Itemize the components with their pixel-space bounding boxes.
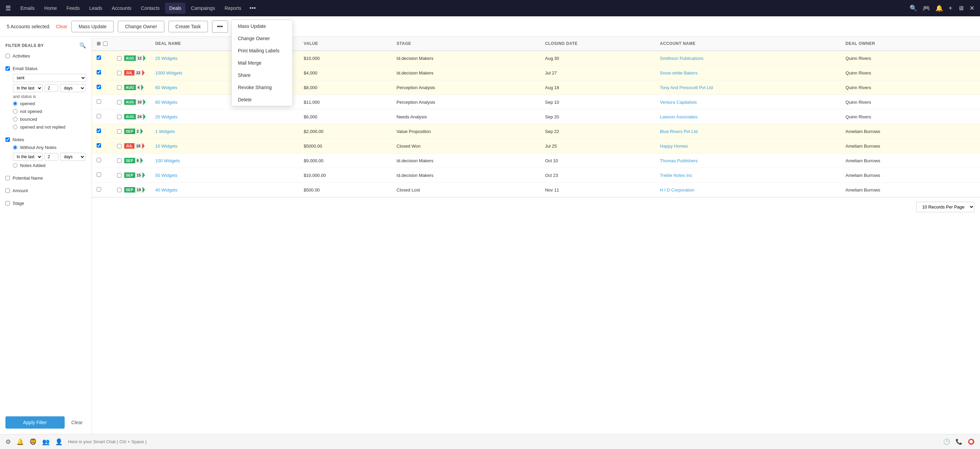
notes-period-number-input[interactable] — [45, 153, 58, 160]
row-checkbox[interactable] — [97, 114, 101, 118]
nav-accounts[interactable]: Accounts — [108, 3, 135, 14]
account-name-link[interactable]: Tony And Presscott Pvt Ltd — [660, 85, 713, 90]
phone-icon[interactable]: 📞 — [956, 438, 962, 445]
potential-name-label[interactable]: Potential Name — [13, 176, 43, 181]
account-name-link[interactable]: Smithson Publications — [660, 56, 703, 61]
account-name-link[interactable]: Lawson Associates — [660, 114, 698, 119]
deal-name-link[interactable]: 10 Widgets — [155, 144, 177, 149]
nav-feeds[interactable]: Feeds — [62, 3, 84, 14]
status-not-replied-label[interactable]: opened and not replied — [20, 124, 65, 130]
dropdown-change-owner[interactable]: Change Owner — [232, 32, 292, 44]
screen-icon[interactable]: 🖥 — [958, 5, 964, 12]
without-notes-radio[interactable] — [13, 145, 18, 150]
row-checkbox[interactable] — [97, 99, 101, 104]
nav-contacts[interactable]: Contacts — [137, 3, 164, 14]
filter-search-icon[interactable]: 🔍 — [79, 42, 86, 49]
deal-name-link[interactable]: 20 Widgets — [155, 114, 177, 119]
status-opened-radio[interactable] — [13, 102, 18, 106]
row-checkbox[interactable] — [97, 56, 101, 60]
account-name-link[interactable]: Treble Notes Inc — [660, 173, 692, 178]
apply-filter-button[interactable]: Apply Filter — [5, 416, 65, 428]
row-secondary-checkbox[interactable] — [117, 129, 121, 134]
row-checkbox[interactable] — [97, 70, 101, 75]
row-checkbox[interactable] — [97, 173, 101, 177]
deal-name-link[interactable]: 1 Widgets — [155, 129, 175, 134]
mass-update-button[interactable]: Mass Update — [72, 21, 114, 32]
nav-reports[interactable]: Reports — [221, 3, 245, 14]
row-checkbox[interactable] — [97, 129, 101, 133]
status-bounced-radio[interactable] — [13, 117, 18, 121]
account-name-link[interactable]: Ventura Capitalists — [660, 100, 697, 105]
dropdown-print-mailing-labels[interactable]: Print Mailing Labels — [232, 44, 292, 57]
row-checkbox[interactable] — [97, 143, 101, 148]
row-secondary-checkbox[interactable] — [117, 86, 121, 90]
deal-name-link[interactable]: 25 Widgets — [155, 56, 177, 61]
account-name-link[interactable]: Snow white Bakers — [660, 70, 698, 76]
nav-deals[interactable]: Deals — [165, 3, 185, 14]
row-secondary-checkbox[interactable] — [117, 71, 121, 75]
more-actions-button[interactable]: ••• — [212, 21, 228, 33]
bell-icon[interactable]: 🔔 — [935, 5, 943, 12]
stage-label[interactable]: Stage — [13, 201, 24, 206]
status-bounced-label[interactable]: bounced — [20, 117, 37, 122]
row-secondary-checkbox[interactable] — [117, 188, 121, 192]
deal-name-link[interactable]: 40 Widgets — [155, 187, 177, 192]
status-not-opened-radio[interactable] — [13, 109, 18, 114]
amount-checkbox[interactable] — [5, 189, 10, 193]
row-secondary-checkbox[interactable] — [117, 115, 121, 119]
status-opened-label[interactable]: opened — [20, 101, 35, 106]
without-notes-label[interactable]: Without Any Notes — [20, 145, 56, 150]
deal-name-link[interactable]: 80 Widgets — [155, 100, 177, 105]
status-not-replied-radio[interactable] — [13, 125, 18, 129]
select-all-checkbox[interactable] — [103, 41, 108, 46]
search-icon[interactable]: 🔍 — [910, 5, 917, 12]
row-checkbox[interactable] — [97, 85, 101, 89]
close-icon[interactable]: ✕ — [969, 5, 975, 12]
smart-chat-input[interactable] — [68, 439, 938, 444]
row-secondary-checkbox[interactable] — [117, 159, 121, 163]
account-name-link[interactable]: Blue Rivers Pvt Ltd — [660, 129, 698, 134]
email-status-select[interactable]: sent not sent opened — [13, 74, 86, 82]
th-account-name[interactable]: ACCOUNT NAME — [655, 37, 841, 51]
notes-added-radio[interactable] — [13, 163, 18, 168]
plus-icon[interactable]: + — [948, 5, 953, 12]
nav-home[interactable]: Home — [40, 3, 61, 14]
th-stage[interactable]: STAGE — [392, 37, 540, 51]
deal-name-link[interactable]: 100 Widgets — [155, 158, 180, 163]
notes-label[interactable]: Notes — [13, 137, 24, 142]
row-secondary-checkbox[interactable] — [117, 56, 121, 60]
th-grid-icon[interactable]: ⊞ — [97, 41, 101, 46]
user-icon[interactable]: 👤 — [55, 438, 63, 446]
th-closing-date[interactable]: CLOSING DATE — [540, 37, 655, 51]
deal-name-link[interactable]: 1000 Widgets — [155, 70, 182, 76]
game-icon[interactable]: 🎮 — [923, 5, 930, 12]
team-icon[interactable]: 👥 — [42, 438, 50, 446]
dropdown-delete[interactable]: Delete — [232, 94, 292, 106]
dropdown-revoke-sharing[interactable]: Revoke Sharing — [232, 81, 292, 94]
notification-icon[interactable]: 🔔 — [16, 438, 24, 446]
notes-checkbox[interactable] — [5, 137, 10, 142]
clock-icon[interactable]: 🕐 — [943, 438, 950, 445]
email-status-checkbox[interactable] — [5, 66, 10, 71]
stage-checkbox[interactable] — [5, 201, 10, 205]
circle-icon[interactable]: ⭕ — [968, 438, 975, 445]
settings-icon[interactable]: ⚙ — [5, 438, 11, 446]
account-name-link[interactable]: Happy Homes — [660, 144, 688, 149]
menu-icon[interactable]: ☰ — [5, 5, 11, 12]
change-owner-button[interactable]: Change Owner — [118, 21, 164, 32]
email-status-label[interactable]: Email Status — [13, 66, 37, 71]
dropdown-share[interactable]: Share — [232, 69, 292, 81]
th-deal-owner[interactable]: DEAL OWNER — [841, 37, 980, 51]
activities-checkbox[interactable] — [5, 54, 10, 58]
create-task-button[interactable]: Create Task — [169, 21, 208, 32]
row-secondary-checkbox[interactable] — [117, 144, 121, 148]
row-secondary-checkbox[interactable] — [117, 100, 121, 105]
notes-in-the-last-select[interactable]: In the last — [13, 153, 43, 161]
clear-selection-link[interactable]: Clear — [56, 24, 67, 29]
row-secondary-checkbox[interactable] — [117, 173, 121, 178]
account-name-link[interactable]: Thomas Publishers — [660, 158, 698, 163]
filter-clear-button[interactable]: Clear — [68, 416, 86, 428]
nav-campaings[interactable]: Campaings — [187, 3, 219, 14]
dropdown-mail-merge[interactable]: Mail Merge — [232, 57, 292, 69]
records-per-page-select[interactable]: 10 Records Per Page 25 Records Per Page … — [916, 202, 975, 212]
